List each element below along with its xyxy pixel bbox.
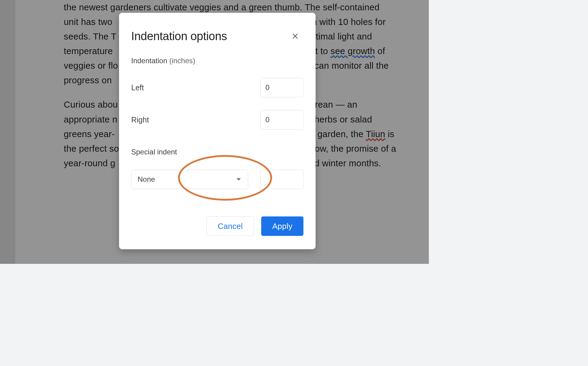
- cancel-button[interactable]: Cancel: [207, 216, 254, 236]
- special-indent-row: None: [131, 170, 303, 189]
- section-label-text: Indentation: [131, 57, 167, 65]
- section-label-unit: (inches): [167, 57, 195, 65]
- special-indent-label: Special indent: [131, 148, 303, 156]
- left-indent-input[interactable]: [260, 78, 303, 97]
- right-indent-input[interactable]: [260, 110, 303, 129]
- right-indent-label: Right: [131, 116, 149, 124]
- indentation-options-dialog: Indentation options Indentation (inches)…: [119, 13, 316, 249]
- left-indent-row: Left: [131, 78, 303, 97]
- dialog-body: Indentation (inches) Left Right Special …: [119, 43, 316, 189]
- dialog-header: Indentation options: [119, 13, 316, 43]
- indentation-section-label: Indentation (inches): [131, 57, 303, 65]
- close-button[interactable]: [288, 29, 302, 43]
- special-indent-select-wrap: None: [131, 170, 248, 189]
- dialog-title: Indentation options: [131, 30, 227, 43]
- apply-button[interactable]: Apply: [261, 216, 303, 236]
- special-indent-select[interactable]: None: [131, 170, 248, 189]
- special-indent-value-input[interactable]: [260, 170, 303, 189]
- left-indent-label: Left: [131, 83, 144, 92]
- dialog-actions: Cancel Apply: [119, 189, 316, 249]
- special-indent-section: Special indent None: [131, 148, 303, 189]
- right-indent-row: Right: [131, 110, 303, 129]
- close-icon: [291, 32, 299, 40]
- special-indent-selected-value: None: [138, 175, 155, 184]
